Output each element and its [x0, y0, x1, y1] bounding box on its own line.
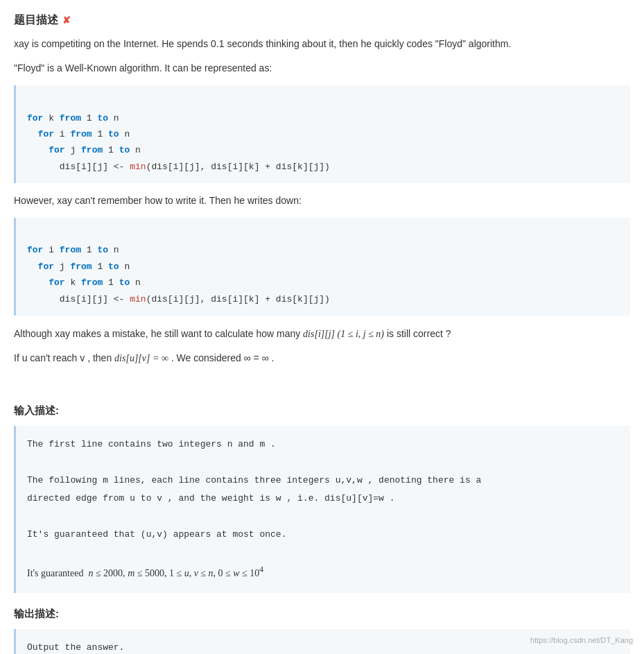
input-line-spacer-2	[27, 508, 619, 526]
input-line-4: It's guaranteed that (u,v) appears at mo…	[27, 526, 619, 544]
input-line-spacer-3	[27, 544, 619, 562]
intro-text-2: "Floyd" is a Well-Known algorithm. It ca…	[14, 60, 630, 77]
page-wrapper: 题目描述 ✘ xay is competiting on the Interne…	[14, 11, 630, 654]
input-section-title: 输入描述:	[14, 402, 630, 419]
input-desc-block: The first line contains two integers n a…	[14, 426, 630, 593]
after-code-para-2: If u can't reach v , then dis[u][v] = ∞ …	[14, 350, 630, 368]
middle-text: However, xay can't remember how to write…	[14, 193, 630, 209]
code-block-1: for k from 1 to n for i from 1 to n for …	[14, 85, 630, 183]
after-code-para-1: Although xay makes a mistake, he still w…	[14, 325, 630, 343]
output-section-title: 输出描述:	[14, 605, 630, 622]
title-text: 题目描述	[14, 11, 58, 29]
input-line-1: The first line contains two integers n a…	[27, 436, 619, 454]
intro-text-1: xay is competiting on the Internet. He s…	[14, 36, 630, 53]
input-line-3: directed edge from u to v , and the weig…	[27, 490, 619, 508]
input-line-5: It's guaranteed n ≤ 2000, m ≤ 5000, 1 ≤ …	[27, 562, 619, 583]
math-dis-uv: dis[u][v] = ∞	[114, 353, 168, 363]
watermark: https://blog.csdn.net/DT_Kang	[530, 635, 633, 647]
close-icon[interactable]: ✘	[62, 12, 71, 28]
section-title: 题目描述 ✘	[14, 11, 630, 29]
code-block-2: for i from 1 to n for j from 1 to n for …	[14, 218, 630, 316]
input-line-spacer-1	[27, 454, 619, 472]
math-dis-ij: dis[i][j] (1 ≤ i, j ≤ n)	[303, 329, 384, 339]
input-line-2: The following m lines, each line contain…	[27, 472, 619, 490]
